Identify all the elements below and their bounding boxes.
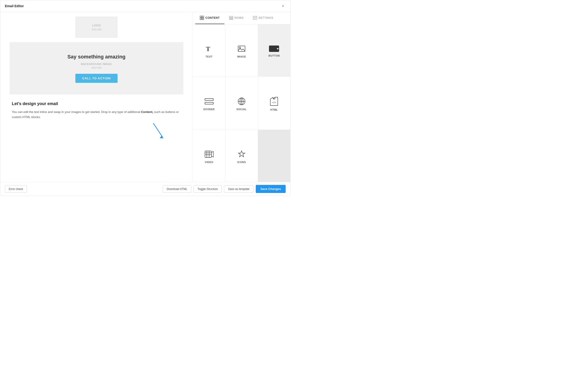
video-item-label: VIDEO xyxy=(205,161,213,164)
arrow-container xyxy=(9,124,183,138)
content-item-image[interactable]: IMAGE xyxy=(225,24,258,76)
html-item-label: HTML xyxy=(270,108,278,111)
logo-placeholder[interactable]: LOGO 100×100 xyxy=(75,17,117,38)
body-text-bold: Content, xyxy=(141,110,153,114)
save-changes-button[interactable]: Save Changes xyxy=(256,185,286,193)
divider-icon xyxy=(204,97,214,106)
body-text: You can edit the text inline and swap in… xyxy=(12,110,181,120)
logo-size: 100×100 xyxy=(91,28,101,31)
divider-item-label: DIVIDER xyxy=(204,108,215,111)
header: Email Editor × xyxy=(0,0,290,12)
tab-rows[interactable]: ROWS xyxy=(224,12,248,24)
content-item-html[interactable]: </> HTML xyxy=(258,76,290,130)
body-section: Let's design your email You can edit the… xyxy=(9,101,183,120)
logo-text: LOGO xyxy=(92,24,101,27)
social-icon xyxy=(237,97,246,106)
text-item-label: TEXT xyxy=(206,55,213,58)
close-button[interactable]: × xyxy=(280,4,286,8)
svg-point-15 xyxy=(239,47,241,48)
sidebar: CONTENT ROWS xyxy=(193,12,290,182)
text-icon: T xyxy=(205,44,213,53)
content-tab-icon xyxy=(200,16,204,20)
rows-tab-icon xyxy=(229,16,233,20)
html-icon: </> xyxy=(270,97,278,106)
footer-left: Error check xyxy=(5,185,27,193)
arrow-icon xyxy=(151,122,165,140)
hero-bg-label: BACKGROUND IMAGE xyxy=(16,63,176,66)
tab-settings[interactable]: SETTINGS xyxy=(248,12,278,24)
save-template-button[interactable]: Save as template xyxy=(224,185,253,193)
svg-rect-7 xyxy=(229,18,233,18)
svg-rect-3 xyxy=(202,16,204,18)
svg-text:</>: </> xyxy=(272,101,276,104)
body-heading: Let's design your email xyxy=(12,101,181,106)
content-item-divider[interactable]: DIVIDER xyxy=(193,76,225,130)
footer-right: Download HTML Toggle Structure Save as t… xyxy=(163,185,286,193)
body-text-part1: You can edit the text inline and swap in… xyxy=(12,110,141,114)
content-item-icons[interactable]: ICONS xyxy=(225,130,258,182)
content-item-social[interactable]: SOCIAL xyxy=(225,76,258,130)
tab-settings-label: SETTINGS xyxy=(258,16,273,20)
button-icon xyxy=(269,46,279,52)
footer: Error check Download HTML Toggle Structu… xyxy=(0,182,290,196)
image-item-label: IMAGE xyxy=(237,55,246,58)
tab-content-label: CONTENT xyxy=(205,16,220,20)
header-title: Email Editor xyxy=(5,4,24,8)
content-item-text[interactable]: T TEXT xyxy=(193,24,225,76)
svg-rect-5 xyxy=(202,18,204,20)
toggle-structure-button[interactable]: Toggle Structure xyxy=(194,185,222,193)
cta-button[interactable]: CALL TO ACTION xyxy=(75,74,118,83)
svg-rect-19 xyxy=(205,98,213,100)
error-check-button[interactable]: Error check xyxy=(5,185,27,193)
video-icon xyxy=(204,150,214,158)
svg-rect-2 xyxy=(200,16,202,18)
svg-rect-20 xyxy=(205,102,213,104)
svg-marker-36 xyxy=(238,151,245,157)
main-area: LOGO 100×100 Say something amazing BACKG… xyxy=(0,12,290,182)
hero-bg-size: 600×300 xyxy=(16,66,176,69)
settings-tab-icon xyxy=(253,16,257,20)
tab-rows-label: ROWS xyxy=(235,16,244,20)
icons-item-label: ICONS xyxy=(237,161,246,164)
svg-rect-6 xyxy=(229,16,233,17)
content-item-video[interactable]: VIDEO xyxy=(193,130,225,182)
content-item-button[interactable]: BUTTON xyxy=(258,24,290,76)
social-item-label: SOCIAL xyxy=(236,108,247,111)
svg-rect-8 xyxy=(229,19,233,20)
image-icon xyxy=(237,44,246,53)
hero-section[interactable]: Say something amazing BACKGROUND IMAGE 6… xyxy=(9,42,183,94)
sidebar-tabs: CONTENT ROWS xyxy=(193,12,290,24)
download-html-button[interactable]: Download HTML xyxy=(163,185,191,193)
tab-content[interactable]: CONTENT xyxy=(195,12,224,24)
svg-text:T: T xyxy=(206,45,210,52)
svg-line-26 xyxy=(273,97,275,99)
svg-rect-31 xyxy=(205,151,211,158)
content-grid: T TEXT IMAGE xyxy=(193,24,290,182)
svg-rect-4 xyxy=(200,18,202,20)
icons-icon xyxy=(237,150,246,158)
svg-marker-1 xyxy=(160,136,164,138)
svg-line-0 xyxy=(153,123,162,137)
editor-panel: LOGO 100×100 Say something amazing BACKG… xyxy=(0,12,193,182)
hero-title: Say something amazing xyxy=(16,54,176,60)
svg-rect-9 xyxy=(253,16,257,20)
button-item-label: BUTTON xyxy=(268,54,280,57)
svg-rect-14 xyxy=(238,46,245,52)
